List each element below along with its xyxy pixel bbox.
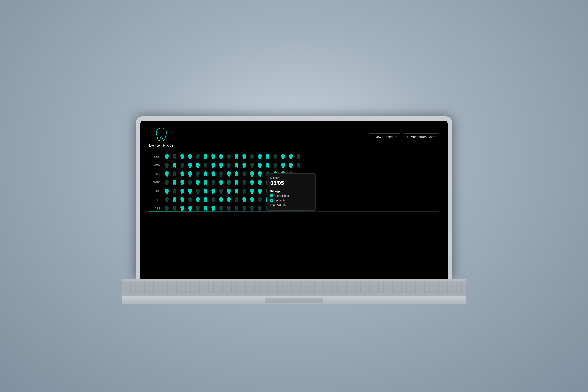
tooth-cell[interactable] [163,179,170,186]
tooth-cell[interactable] [202,162,209,169]
tooth-cell[interactable] [218,188,224,195]
tooth-cell[interactable] [272,162,279,169]
tooth-cell[interactable] [218,196,224,203]
tooth-cell[interactable] [194,179,201,186]
tooth-cell[interactable] [288,162,294,169]
tooth-cell[interactable] [163,196,170,203]
tooth-cell[interactable] [186,196,194,203]
tooth-cell[interactable] [233,188,240,195]
tooth-cell[interactable] [202,179,209,186]
tooth-cell[interactable] [241,153,248,160]
tooth-cell[interactable] [210,179,217,186]
tooth-cell[interactable] [194,188,201,195]
tooth-cell[interactable] [179,196,186,203]
tooth-cell[interactable] [194,153,201,160]
new-procedure-label: New Procedure [375,135,398,139]
tooth-cell[interactable] [179,162,186,169]
tooth-cell[interactable] [295,162,302,169]
tooth-cell[interactable] [210,196,217,203]
tooth-cell[interactable] [249,188,256,195]
tooth-cell[interactable] [233,170,240,178]
tooth-cell[interactable] [280,162,286,169]
tooth-cell[interactable] [226,188,232,195]
tooth-cell[interactable] [249,196,256,203]
tooth-cell[interactable] [233,162,240,169]
tooth-cell[interactable] [210,188,217,195]
day-label-sun: SUN [149,155,160,158]
tooth-cell[interactable] [256,170,263,178]
tooth-cell[interactable] [241,188,248,195]
tooth-cell[interactable] [241,196,248,203]
tooth-cell[interactable] [179,188,186,195]
tooth-cell[interactable] [202,170,209,178]
procedures-chart-button[interactable]: ⊕ Procedures Chart [403,134,439,140]
tooth-cell[interactable] [186,153,194,160]
tooth-cell[interactable] [194,196,201,203]
plus-icon: + [372,136,374,138]
tooth-cell[interactable] [171,196,178,203]
tooth-cell[interactable] [202,153,209,160]
tooth-cell[interactable] [272,153,279,160]
tooth-cell[interactable] [179,170,186,178]
header-buttons: + New Procedure ⊕ Procedures Chart [369,134,439,140]
tooth-cell[interactable] [226,153,232,160]
tooth-cell[interactable] [186,179,194,186]
tooth-cell[interactable] [218,162,224,169]
tooth-cell[interactable] [249,153,256,160]
tooth-cell[interactable] [233,196,240,203]
tooth-cell[interactable] [226,196,232,203]
tooth-cell[interactable] [202,196,209,203]
tooth-cell[interactable] [179,179,186,186]
tooth-cell-selected[interactable] [226,179,232,186]
tooth-cell[interactable] [218,179,224,186]
tooth-cell[interactable] [241,170,248,178]
day-tooltip: Monday 06/05 Fillings ✓ Extractions ✓ Im… [267,174,316,210]
tooth-cell[interactable] [256,179,263,186]
tooth-cell[interactable] [256,162,263,169]
tooth-cell[interactable] [249,170,256,178]
logo-area: Dental Procs [149,126,174,148]
tooth-cell[interactable] [218,170,224,178]
tooth-cell[interactable] [186,162,194,169]
tooth-cell[interactable] [241,162,248,169]
tooth-cell[interactable] [249,162,256,169]
tooth-cell[interactable] [210,153,217,160]
tooth-cell[interactable] [171,153,178,160]
tooth-cell[interactable] [295,153,302,160]
new-procedure-button[interactable]: + New Procedure [369,134,401,140]
tooth-cell[interactable] [264,162,271,169]
fillings-label: Fillings [270,190,280,193]
tooth-cell[interactable] [226,170,232,178]
tooth-cell[interactable] [171,162,178,169]
tooth-cell[interactable] [264,153,271,160]
day-label-fri: FRI [149,198,160,202]
tooth-cell[interactable] [218,153,224,160]
tooth-cell[interactable] [171,188,178,195]
tooth-cell[interactable] [233,153,240,160]
tooth-cell[interactable] [249,179,256,186]
tooth-cell[interactable] [171,170,178,178]
tooth-cell[interactable] [226,162,232,169]
tooth-cell[interactable] [241,179,248,186]
tooth-cell[interactable] [186,188,194,195]
tooth-cell[interactable] [233,179,240,186]
tooth-cell[interactable] [186,170,194,178]
tooth-cell[interactable] [280,153,286,160]
tooth-cell[interactable] [163,153,170,160]
tooth-cell[interactable] [256,153,263,160]
tooth-cell[interactable] [163,170,170,178]
tooth-cell[interactable] [163,188,170,195]
tooth-cell[interactable] [163,162,170,169]
tooth-cell[interactable] [171,179,178,186]
tooth-cell[interactable] [194,170,201,178]
tooth-cell[interactable] [288,153,294,160]
tooltip-item-rootcanals: Root Canals [270,203,312,206]
tooth-cell[interactable] [179,153,186,160]
tooltip-item-implants: ✓ Implants [270,199,312,202]
tooth-cell[interactable] [256,196,263,203]
tooth-cell[interactable] [210,162,217,169]
tooth-cell[interactable] [256,188,263,195]
tooth-cell[interactable] [194,162,201,169]
tooth-cell[interactable] [202,188,209,195]
tooth-cell[interactable] [210,170,217,178]
